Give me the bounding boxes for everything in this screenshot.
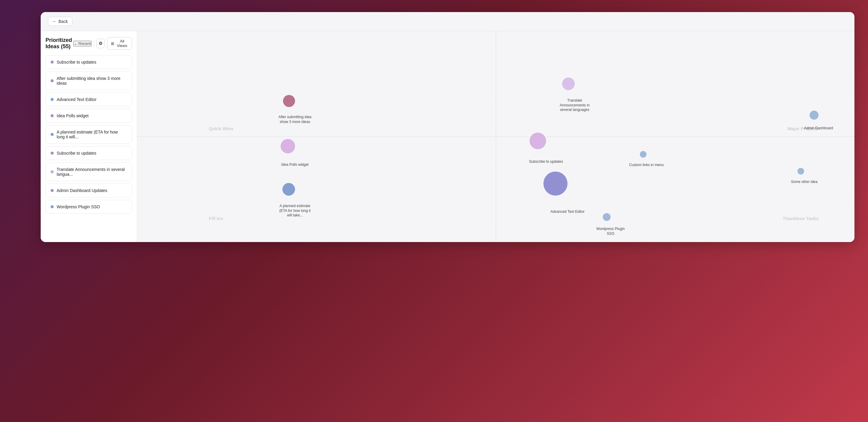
bubble-label-wordpress-sso: Wordpress Plugin SSO <box>592 227 629 236</box>
idea-label: Idea Polls widget <box>57 113 89 118</box>
idea-dot <box>51 189 54 192</box>
bubble-idea-polls <box>281 139 295 153</box>
idea-list-item[interactable]: Admin Dashboard Updates <box>45 184 132 198</box>
idea-label: Translate Announcements in several langu… <box>57 167 127 177</box>
idea-list-item[interactable]: Translate Announcements in several langu… <box>45 162 132 181</box>
idea-label: Advanced Text Editor <box>57 97 96 102</box>
quadrant-container: Quick Wins Major Projects Fill Ins Thank… <box>137 31 855 242</box>
main-container: ← Back Prioritized Ideas (55) ⌄ Recent ⚙ <box>41 12 855 242</box>
bubble-label-idea-polls: Idea Polls widget <box>277 162 313 167</box>
content-area: Prioritized Ideas (55) ⌄ Recent ⚙ ⊞ All … <box>41 31 855 242</box>
bubble-subscribe <box>530 132 546 149</box>
bubble-wrapper-after-submitting[interactable]: After submitting idea show 3 more ideas <box>289 101 301 113</box>
idea-label: Subscribe to updates <box>57 151 96 155</box>
idea-dot <box>51 170 54 173</box>
bubble-wrapper-translate[interactable]: Translate Announcements in several langu… <box>568 84 581 96</box>
bubble-label-after-submitting: After submitting idea show 3 more ideas <box>277 115 313 124</box>
bubble-translate <box>562 78 575 90</box>
idea-list-item[interactable]: Idea Polls widget <box>45 109 132 123</box>
panel-header: Prioritized Ideas (55) ⌄ Recent ⚙ ⊞ All … <box>45 37 132 50</box>
idea-dot <box>51 114 54 117</box>
bubble-admin-dashboard <box>809 111 818 120</box>
quadrant-label-quick-wins: Quick Wins <box>209 126 234 131</box>
idea-list-item[interactable]: Advanced Text Editor <box>45 93 132 107</box>
idea-dot <box>51 79 54 82</box>
idea-dot <box>51 98 54 101</box>
bubble-wrapper-wordpress-sso[interactable]: Wordpress Plugin SSO <box>607 217 615 225</box>
bubble-label-subscribe: Subscribe to updates <box>528 159 564 164</box>
bubble-planned-estimate <box>282 183 295 195</box>
idea-label: Admin Dashboard Updates <box>57 188 107 193</box>
bubble-label-advanced-text: Advanced Text Editor <box>550 210 586 214</box>
bubble-custom-links <box>640 151 647 158</box>
recent-label: Recent <box>79 41 91 46</box>
idea-dot <box>51 61 54 64</box>
header-controls: ⌄ Recent ⚙ ⊞ All Views <box>73 37 132 50</box>
vertical-divider <box>94 40 94 47</box>
idea-list-item[interactable]: A planned estimate (ETA for how long it … <box>45 125 132 144</box>
all-views-label: All Views <box>116 39 128 48</box>
idea-dot <box>51 133 54 136</box>
bubble-some-other <box>798 168 804 175</box>
idea-list-item[interactable]: Wordpress Plugin SSO <box>45 200 132 214</box>
bubble-wrapper-custom-links[interactable]: Custom links in menu <box>643 154 650 161</box>
bubble-wrapper-some-other[interactable]: Some other idea <box>801 171 807 178</box>
idea-list-item[interactable]: Subscribe to updates <box>45 146 132 160</box>
left-panel: Prioritized Ideas (55) ⌄ Recent ⚙ ⊞ All … <box>41 31 137 242</box>
quadrant-label-thankless-tasks: Thankless Tasks <box>783 216 818 221</box>
settings-button[interactable]: ⚙ <box>96 38 104 48</box>
idea-label: Wordpress Plugin SSO <box>57 204 100 209</box>
bubble-after-submitting <box>283 95 295 107</box>
bubble-label-custom-links: Custom links in menu <box>628 163 664 168</box>
back-arrow-icon: ← <box>53 19 57 24</box>
panel-title: Prioritized Ideas (55) <box>45 37 73 50</box>
back-label: Back <box>59 19 68 24</box>
bubble-label-translate: Translate Announcements in several langu… <box>557 98 593 113</box>
bubble-wrapper-subscribe[interactable]: Subscribe to updates <box>538 141 554 158</box>
idea-label: A planned estimate (ETA for how long it … <box>57 130 127 139</box>
chevron-down-icon: ⌄ <box>74 41 77 46</box>
bubble-label-some-other: Some other idea <box>786 180 822 184</box>
quadrant-label-fill-ins: Fill Ins <box>209 216 223 221</box>
idea-list-item[interactable]: Subscribe to updates <box>45 55 132 69</box>
idea-label: After submitting idea show 3 more ideas <box>57 76 127 86</box>
bubble-advanced-text <box>544 172 567 195</box>
right-panel: Quick Wins Major Projects Fill Ins Thank… <box>137 31 855 242</box>
bubble-wrapper-planned-estimate[interactable]: A planned estimate (ETA for how long it … <box>289 189 301 202</box>
bubble-wrapper-admin-dashboard[interactable]: Admin Dashboard <box>814 115 823 124</box>
back-button[interactable]: ← Back <box>48 17 72 26</box>
settings-icon: ⚙ <box>98 41 102 46</box>
grid-icon: ⊞ <box>111 41 114 46</box>
bubble-wrapper-advanced-text[interactable]: Advanced Text Editor <box>555 184 580 208</box>
vertical-divider-chart <box>496 31 496 242</box>
idea-list: Subscribe to updatesAfter submitting ide… <box>45 55 132 214</box>
idea-list-item[interactable]: After submitting idea show 3 more ideas <box>45 71 132 90</box>
bubble-wrapper-idea-polls[interactable]: Idea Polls widget <box>288 146 302 161</box>
idea-dot <box>51 205 54 208</box>
bubble-label-admin-dashboard: Admin Dashboard <box>801 126 837 131</box>
idea-dot <box>51 152 54 155</box>
recent-button[interactable]: ⌄ Recent <box>73 41 91 47</box>
top-bar: ← Back <box>41 12 855 31</box>
bubble-label-planned-estimate: A planned estimate (ETA for how long it … <box>277 204 313 218</box>
all-views-button[interactable]: ⊞ All Views <box>107 37 132 50</box>
idea-label: Subscribe to updates <box>57 60 96 64</box>
bubble-wordpress-sso <box>603 213 611 221</box>
